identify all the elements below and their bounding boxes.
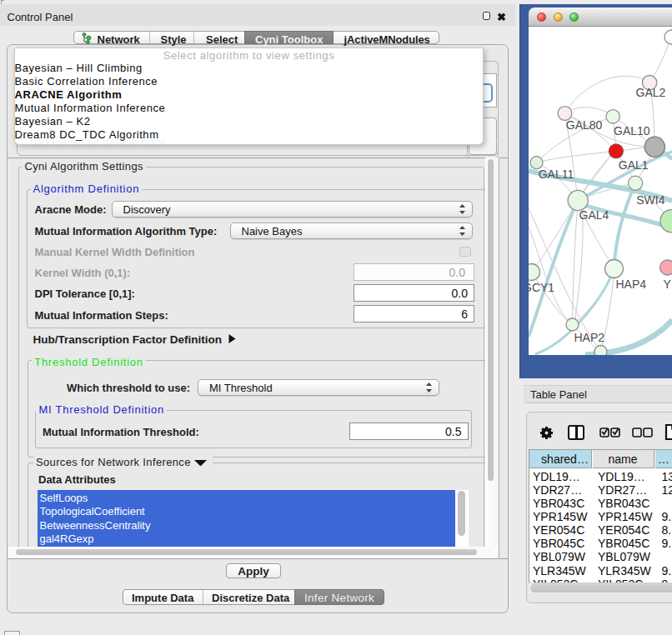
- svg-text:GAL80: GAL80: [565, 118, 602, 132]
- svg-text:SWI4: SWI4: [636, 192, 664, 206]
- svg-text:GAL11: GAL11: [538, 168, 574, 181]
- svg-text:GCY1: GCY1: [529, 280, 554, 293]
- svg-text:GAL10: GAL10: [614, 124, 650, 138]
- svg-text:HAP4: HAP4: [615, 277, 646, 290]
- svg-text:GAL1: GAL1: [618, 158, 648, 172]
- svg-text:HAP2: HAP2: [574, 330, 604, 343]
- svg-text:GAL4: GAL4: [579, 208, 609, 221]
- svg-text:Y: Y: [663, 277, 671, 290]
- svg-text:GAL2: GAL2: [635, 86, 665, 99]
